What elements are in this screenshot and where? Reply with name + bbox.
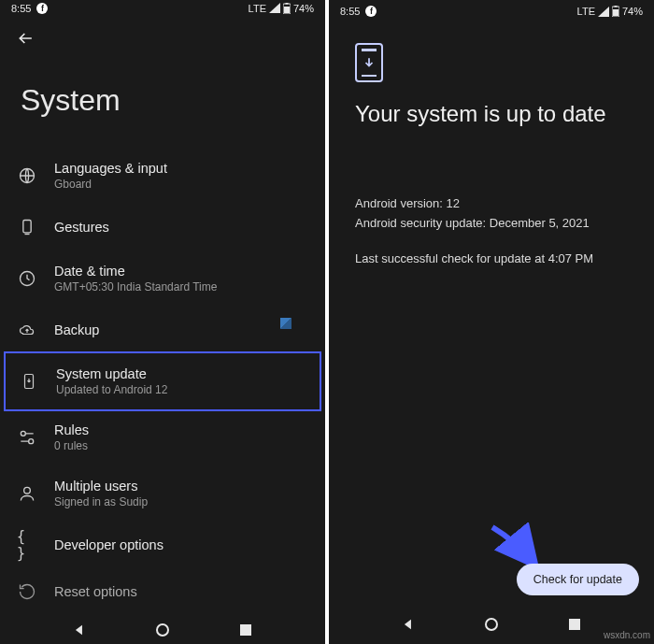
cloud-icon [17, 320, 37, 340]
gesture-icon [17, 217, 37, 237]
phone-download-icon [19, 371, 39, 392]
last-check: Last successful check for update at 4:07… [355, 250, 628, 268]
arrow-annotation-icon [488, 522, 544, 569]
battery-percentage: 74% [622, 6, 643, 17]
update-headline: Your system is up to date [329, 82, 654, 138]
facebook-notification-icon: f [36, 3, 48, 14]
item-title: Developer options [54, 537, 164, 552]
nav-home-button[interactable] [154, 622, 171, 638]
list-item-backup[interactable]: Backup [0, 307, 325, 353]
settings-system-screen: 8:55 f LTE 74% System Languages & input … [0, 0, 325, 644]
battery-icon [283, 3, 291, 14]
nav-recents-button[interactable] [566, 616, 583, 633]
rules-icon [17, 427, 37, 448]
nav-back-button[interactable] [71, 622, 88, 638]
item-subtitle: Signed in as Sudip [54, 495, 148, 508]
user-icon [17, 483, 37, 504]
facebook-notification-icon: f [365, 6, 377, 17]
update-phone-icon [355, 43, 383, 82]
network-label: LTE [577, 6, 595, 17]
item-title: System update [56, 366, 167, 381]
clock-icon [17, 268, 37, 289]
svg-point-8 [29, 439, 34, 444]
item-subtitle: Gboard [54, 178, 167, 191]
list-item-languages[interactable]: Languages & input Gboard [0, 148, 325, 204]
watermark: wsxdn.com [604, 630, 650, 640]
battery-percentage: 74% [293, 3, 314, 14]
status-bar: 8:55 f LTE 74% [329, 0, 654, 22]
reset-icon [17, 581, 37, 602]
android-version: Android version: 12 [355, 196, 460, 210]
list-item-gestures[interactable]: Gestures [0, 204, 325, 250]
svg-point-9 [24, 488, 31, 494]
item-title: Date & time [54, 264, 217, 279]
status-time: 8:55 [340, 6, 360, 17]
page-title: System [0, 55, 325, 148]
svg-point-7 [21, 432, 25, 436]
list-item-date-time[interactable]: Date & time GMT+05:30 India Standard Tim… [0, 250, 325, 307]
svg-point-10 [157, 624, 168, 636]
battery-icon [612, 6, 619, 17]
item-subtitle: GMT+05:30 India Standard Time [54, 280, 217, 293]
signal-icon [598, 7, 609, 17]
item-title: Rules [54, 422, 89, 437]
svg-rect-2 [285, 3, 288, 5]
item-title: Backup [54, 322, 99, 337]
svg-point-15 [486, 619, 497, 630]
svg-rect-14 [614, 6, 617, 7]
signal-icon [269, 3, 280, 13]
svg-rect-1 [284, 7, 290, 13]
item-title: Gestures [54, 220, 109, 235]
update-info: Android version: 12 Android security upd… [329, 138, 654, 284]
svg-rect-13 [613, 9, 618, 16]
back-button[interactable] [17, 29, 36, 48]
item-subtitle: Updated to Android 12 [56, 383, 167, 396]
system-update-screen: 8:55 f LTE 74% Your system is up to date… [329, 0, 654, 644]
globe-icon [17, 165, 37, 186]
item-title: Multiple users [54, 479, 148, 494]
svg-rect-4 [23, 221, 31, 233]
list-item-reset-options[interactable]: Reset options [0, 568, 325, 615]
settings-list: Languages & input Gboard Gestures Date &… [0, 148, 325, 615]
svg-rect-11 [240, 624, 251, 636]
nav-back-button[interactable] [400, 616, 417, 633]
list-item-rules[interactable]: Rules 0 rules [0, 409, 325, 465]
nav-home-button[interactable] [483, 616, 500, 633]
item-title: Languages & input [54, 161, 167, 176]
svg-rect-16 [569, 619, 580, 630]
list-item-multiple-users[interactable]: Multiple users Signed in as Sudip [0, 465, 325, 522]
item-subtitle: 0 rules [54, 439, 89, 452]
security-update: Android security update: December 5, 202… [355, 216, 590, 230]
list-item-system-update[interactable]: System update Updated to Android 12 [4, 351, 321, 411]
navigation-bar [0, 615, 325, 644]
status-time: 8:55 [11, 3, 31, 14]
nav-recents-button[interactable] [237, 622, 254, 638]
list-item-developer-options[interactable]: { } Developer options [0, 522, 325, 568]
check-for-update-button[interactable]: Check for update [517, 564, 639, 595]
status-bar: 8:55 f LTE 74% [0, 0, 325, 16]
item-title: Reset options [54, 584, 137, 599]
network-label: LTE [249, 3, 266, 14]
braces-icon: { } [17, 535, 37, 555]
